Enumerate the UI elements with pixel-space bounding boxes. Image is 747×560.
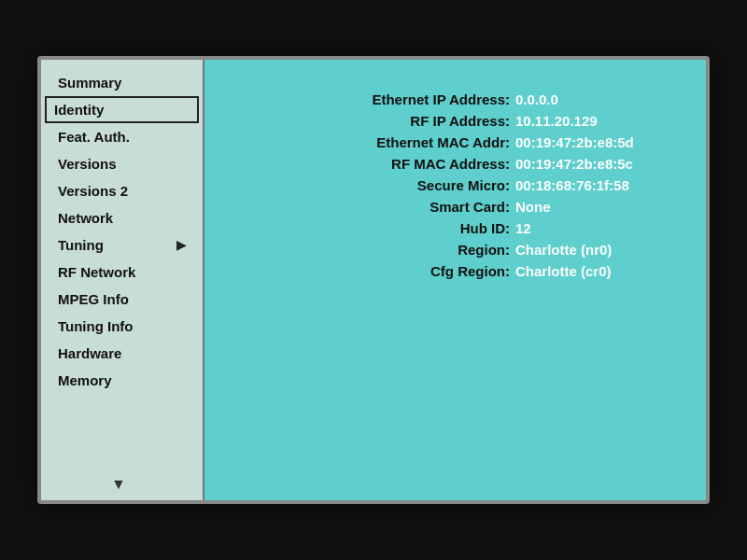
info-label: Hub ID: bbox=[351, 220, 510, 236]
sidebar-item-feat--auth-[interactable]: Feat. Auth. bbox=[47, 123, 197, 150]
info-table: Ethernet IP Address:0.0.0.0RF IP Address… bbox=[227, 91, 684, 279]
sidebar-item-label: Versions 2 bbox=[58, 183, 128, 199]
info-label: RF IP Address: bbox=[351, 113, 510, 129]
sidebar: SummaryIdentityFeat. Auth.VersionsVersio… bbox=[41, 60, 204, 500]
sidebar-item-mpeg-info[interactable]: MPEG Info bbox=[47, 286, 197, 313]
info-label: Ethernet IP Address: bbox=[351, 91, 510, 107]
sidebar-item-label: MPEG Info bbox=[58, 291, 129, 307]
info-row: Hub ID:12 bbox=[227, 220, 684, 236]
info-value: 12 bbox=[515, 220, 684, 236]
sidebar-item-label: Identity bbox=[54, 102, 104, 118]
info-value: 00:19:47:2b:e8:5c bbox=[515, 156, 684, 172]
info-label: Smart Card: bbox=[351, 199, 510, 215]
info-label: RF MAC Address: bbox=[351, 156, 510, 172]
sidebar-item-versions[interactable]: Versions bbox=[47, 150, 197, 177]
info-label: Region: bbox=[351, 242, 510, 258]
sidebar-item-tuning-info[interactable]: Tuning Info bbox=[47, 313, 197, 340]
info-row: Cfg Region:Charlotte (cr0) bbox=[227, 263, 684, 279]
sidebar-item-identity[interactable]: Identity bbox=[45, 96, 199, 123]
sidebar-item-label: Network bbox=[58, 210, 113, 226]
sidebar-item-label: RF Network bbox=[58, 264, 135, 280]
sidebar-item-label: Summary bbox=[58, 75, 121, 91]
sidebar-item-label: Tuning bbox=[58, 237, 104, 253]
info-label: Ethernet MAC Addr: bbox=[351, 134, 510, 150]
info-value: 00:18:68:76:1f:58 bbox=[515, 177, 684, 193]
sidebar-item-label: Feat. Auth. bbox=[58, 129, 130, 145]
sidebar-item-summary[interactable]: Summary bbox=[47, 69, 197, 96]
main-content: Ethernet IP Address:0.0.0.0RF IP Address… bbox=[204, 60, 706, 500]
sidebar-item-label: Memory bbox=[58, 372, 112, 388]
sidebar-item-hardware[interactable]: Hardware bbox=[47, 340, 197, 367]
screen: SummaryIdentityFeat. Auth.VersionsVersio… bbox=[37, 56, 710, 504]
sidebar-item-versions-2[interactable]: Versions 2 bbox=[47, 177, 197, 204]
submenu-arrow-icon: ▶ bbox=[176, 238, 186, 252]
info-value: 10.11.20.129 bbox=[515, 113, 684, 129]
info-label: Cfg Region: bbox=[351, 263, 510, 279]
info-value: 0.0.0.0 bbox=[515, 91, 684, 107]
info-value: Charlotte (nr0) bbox=[515, 242, 684, 258]
info-row: Region:Charlotte (nr0) bbox=[227, 242, 684, 258]
info-row: Smart Card:None bbox=[227, 199, 684, 215]
sidebar-item-tuning[interactable]: Tuning▶ bbox=[47, 231, 197, 259]
info-value: 00:19:47:2b:e8:5d bbox=[515, 134, 684, 150]
sidebar-item-label: Tuning Info bbox=[58, 318, 134, 334]
info-row: RF IP Address:10.11.20.129 bbox=[227, 113, 684, 129]
info-row: Ethernet IP Address:0.0.0.0 bbox=[227, 91, 684, 107]
info-row: RF MAC Address:00:19:47:2b:e8:5c bbox=[227, 156, 684, 172]
sidebar-item-rf-network[interactable]: RF Network bbox=[47, 259, 197, 286]
sidebar-item-network[interactable]: Network bbox=[47, 204, 197, 231]
info-label: Secure Micro: bbox=[351, 177, 510, 193]
info-value: None bbox=[515, 199, 684, 215]
sidebar-item-label: Versions bbox=[58, 156, 117, 172]
sidebar-item-memory[interactable]: Memory bbox=[47, 367, 197, 394]
sidebar-item-label: Hardware bbox=[58, 345, 121, 361]
info-value: Charlotte (cr0) bbox=[515, 263, 684, 279]
info-row: Secure Micro:00:18:68:76:1f:58 bbox=[227, 177, 684, 193]
scroll-down-arrow-icon[interactable]: ▼ bbox=[111, 476, 126, 493]
info-row: Ethernet MAC Addr:00:19:47:2b:e8:5d bbox=[227, 134, 684, 150]
